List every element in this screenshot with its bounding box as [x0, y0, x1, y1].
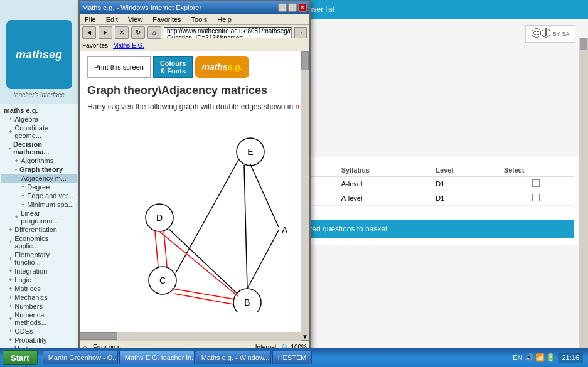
svg-text:C: C: [159, 275, 166, 285]
ie-toolbar: ◄ ► ✕ ↻ ⌂ http://www.mathcentre.ac.uk:80…: [80, 25, 309, 40]
menu-view[interactable]: View: [128, 16, 143, 23]
sidebar-mechanics[interactable]: +Mechanics: [1, 293, 77, 302]
refresh-button[interactable]: ↻: [131, 26, 145, 39]
col-syllabus: Syllabus: [336, 164, 431, 177]
sidebar-numbers[interactable]: +Numbers: [1, 302, 77, 311]
ie-horizontal-scrollbar[interactable]: [80, 332, 301, 341]
taskbar-clock: 21:16: [558, 353, 583, 363]
menu-help[interactable]: Help: [217, 16, 232, 23]
select-checkbox-1[interactable]: [499, 177, 574, 191]
sidebar-numerical[interactable]: +Numerical methods...: [1, 311, 77, 327]
systray-icon-2: 📶: [535, 353, 545, 362]
colors-fonts-button[interactable]: Colours& Fonts: [153, 56, 193, 78]
ie-vertical-scrollbar[interactable]: ▲ ▼: [301, 51, 309, 341]
page-title: Graph theory\Adjacency matrices: [87, 84, 309, 97]
ie-scroll-thumb[interactable]: [301, 51, 309, 70]
sidebar-maths-eg[interactable]: maths e.g.: [1, 106, 77, 115]
sidebar-nav: maths e.g. +Algebra +Coordinate geome...…: [0, 104, 78, 356]
print-area: Print this screen Colours& Fonts mathse.…: [87, 56, 309, 78]
maths-eg-logo-small: mathse.g.: [195, 56, 249, 78]
taskbar-item-2[interactable]: Maths e.g. - Window...: [196, 351, 271, 364]
taskbar-item-0[interactable]: Martin Greenhow - O...: [43, 351, 118, 364]
svg-line-16: [172, 289, 235, 299]
sidebar-probability[interactable]: +Probability: [1, 336, 77, 344]
sidebar-logo-text: mathseg: [16, 48, 62, 61]
sidebar-degree[interactable]: +Degree: [1, 183, 77, 191]
ie-links-bar: Favorites Maths E.G.: [80, 40, 309, 51]
teacher-scrollbar[interactable]: [579, 38, 588, 348]
systray-icon-1: 🔊: [525, 353, 534, 362]
svg-line-10: [176, 160, 238, 273]
taskbar-right: EN 🔊 📶 🔋 21:16: [508, 353, 588, 363]
menu-tools[interactable]: Tools: [191, 16, 208, 23]
address-bar[interactable]: http://www.mathcentre.ac.uk:8081/mathseg…: [164, 27, 292, 38]
svg-line-13: [247, 230, 279, 289]
menu-file[interactable]: File: [85, 16, 96, 23]
cc-image: 🅭🅯 BY SA: [525, 25, 575, 43]
forward-button[interactable]: ►: [99, 26, 112, 39]
sidebar-algorithms[interactable]: +Algorithms: [1, 156, 77, 165]
col-select: Select: [499, 164, 574, 177]
print-button[interactable]: Print this screen: [87, 56, 151, 78]
taskbar-items: Martin Greenhow - O... Maths E.G. teache…: [40, 351, 508, 364]
ie-close-button[interactable]: ✕: [298, 3, 307, 12]
body-text: Harry is given the following graph with …: [87, 102, 296, 111]
col-level: Level: [430, 164, 499, 177]
sidebar-algebra[interactable]: +Algebra: [1, 115, 77, 124]
sidebar-minimum-span[interactable]: +Minimum spa...: [1, 200, 77, 209]
ie-title-text: Maths e.g. - Windows Internet Explorer: [82, 4, 201, 11]
level-2: D1: [430, 191, 499, 206]
sidebar-matrices[interactable]: +Matrices: [1, 284, 77, 293]
graph-svg: E D C B A: [87, 117, 301, 312]
sidebar-odes[interactable]: +ODEs: [1, 327, 77, 336]
start-button[interactable]: Start: [3, 350, 38, 365]
page-subtitle: Harry is given the following graph with …: [87, 102, 309, 111]
select-checkbox-2[interactable]: [499, 191, 574, 206]
sidebar-edge-vertices[interactable]: +Edge and ver...: [1, 191, 77, 200]
ie-window-buttons: _ □ ✕: [278, 3, 307, 12]
ie-content: Print this screen Colours& Fonts mathse.…: [80, 51, 309, 341]
favorites-label: Favorites: [82, 42, 108, 49]
ie-window: Maths e.g. - Windows Internet Explorer _…: [78, 0, 311, 354]
ie-hscroll-thumb[interactable]: [80, 332, 117, 340]
svg-line-9: [244, 165, 247, 289]
sidebar-integration[interactable]: +Integration: [1, 267, 77, 275]
sidebar-linear-prog[interactable]: +Linear programm...: [1, 209, 77, 225]
sidebar-elementary-func[interactable]: +Elementary functio...: [1, 250, 77, 267]
syllabus-1: A-level: [336, 177, 431, 191]
svg-text:E: E: [247, 147, 253, 157]
svg-line-14: [155, 231, 158, 267]
creative-commons-badge: 🅭🅯 BY SA: [525, 25, 575, 43]
page-body: Print this screen Colours& Fonts mathse.…: [80, 51, 309, 319]
ie-minimize-button[interactable]: _: [278, 3, 287, 12]
taskbar: Start Martin Greenhow - O... Maths E.G. …: [0, 348, 588, 367]
language-indicator: EN: [513, 354, 522, 361]
sidebar-teacher-label: teacher's interface: [13, 92, 64, 98]
stop-button[interactable]: ✕: [115, 26, 129, 39]
sidebar-logic[interactable]: +Logic: [1, 275, 77, 284]
syllabus-2: A-level: [336, 191, 431, 206]
sidebar-graph-theory[interactable]: -Graph theory: [1, 165, 77, 174]
maths-eg-link[interactable]: Maths E.G.: [113, 42, 144, 49]
taskbar-item-1[interactable]: Maths E.G. teacher in...: [119, 351, 195, 364]
sidebar-differentiation[interactable]: +Differentiation: [1, 225, 77, 234]
nav-user-list[interactable]: user list: [306, 4, 337, 15]
sidebar-economics[interactable]: +Economics applic...: [1, 234, 77, 250]
systray-icon-3: 🔋: [546, 353, 555, 362]
sidebar-coord-geom[interactable]: +Coordinate geome...: [1, 124, 77, 140]
sidebar-adjacency[interactable]: Adjacency m...: [1, 174, 77, 183]
svg-line-17: [174, 294, 233, 304]
svg-text:D: D: [156, 213, 163, 223]
menu-favorites[interactable]: Favorites: [152, 16, 181, 23]
svg-line-12: [250, 164, 279, 227]
level-1: D1: [430, 177, 499, 191]
svg-text:B: B: [244, 297, 250, 307]
ie-maximize-button[interactable]: □: [288, 3, 297, 12]
taskbar-item-3[interactable]: HESTEM: [272, 351, 313, 364]
sidebar-decision-maths[interactable]: -Decision mathema...: [1, 140, 77, 156]
go-button[interactable]: →: [294, 27, 307, 38]
menu-edit[interactable]: Edit: [106, 16, 118, 23]
back-button[interactable]: ◄: [82, 26, 96, 39]
sidebar-header: mathseg teacher's interface: [0, 0, 78, 104]
home-button[interactable]: ⌂: [147, 26, 161, 39]
